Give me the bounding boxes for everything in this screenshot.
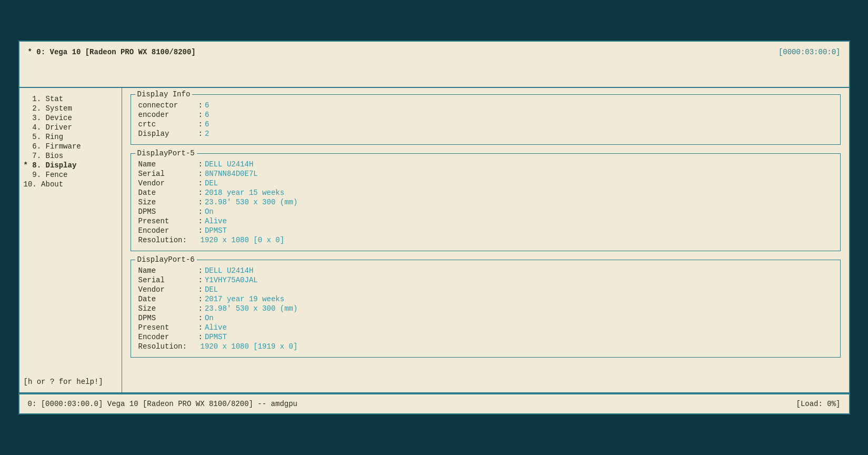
sidebar-item-about[interactable]: 10. About (24, 180, 117, 189)
port5-value-dpms: On (205, 207, 214, 216)
label-crtc: crtc (138, 120, 196, 128)
value-crtc: 6 (205, 120, 209, 128)
gpu-title: * 0: Vega 10 [Radeon PRO WX 8100/8200] (28, 48, 196, 56)
port6-value-dpms: On (205, 314, 214, 322)
port5-value-size: 23.98' 530 x 300 (mm) (205, 198, 297, 206)
content-area: Display Info connector : 6 encoder : 6 c… (122, 88, 849, 392)
port5-value-name: DELL U2414H (205, 160, 253, 169)
sidebar-item-firmware[interactable]: 6. Firmware (24, 142, 117, 151)
port6-label-present: Present (138, 323, 196, 332)
value-encoder: 6 (205, 111, 209, 119)
sidebar-item-label: 3. Device (24, 114, 72, 122)
sidebar-item-label: 7. Bios (24, 152, 64, 160)
sidebar-item-label: 6. Firmware (24, 142, 81, 151)
port5-row-dpms: DPMS : On (138, 207, 833, 216)
menu-list: 1. Stat 2. System 3. Device 4. Driver 5.… (24, 94, 117, 189)
port5-label-name: Name (138, 160, 196, 169)
sidebar-item-label: 10. About (24, 180, 64, 189)
port6-row-present: Present : Alive (138, 323, 833, 332)
display-info-row-connector: connector : 6 (138, 101, 833, 110)
port5-label-present: Present (138, 217, 196, 225)
port5-label-vendor: Vendor (138, 179, 196, 187)
port6-label-name: Name (138, 266, 196, 275)
display-info-title: Display Info (135, 90, 193, 98)
port6-row-encoder: Encoder : DPMST (138, 333, 833, 341)
sidebar-item-label: 1. Stat (24, 95, 64, 103)
sidebar-item-display[interactable]: * 8. Display (24, 161, 117, 170)
display-info-row-encoder: encoder : 6 (138, 111, 833, 119)
main-panel: 1. Stat 2. System 3. Device 4. Driver 5.… (18, 88, 850, 393)
port6-value-resolution: 1920 x 1080 [1919 x 0] (201, 342, 298, 351)
port5-value-encoder: DPMST (205, 226, 227, 235)
top-panel: * 0: Vega 10 [Radeon PRO WX 8100/8200] [… (18, 41, 850, 88)
port5-value-serial: 8N7NN84D0E7L (205, 170, 258, 178)
port5-row-name: Name : DELL U2414H (138, 160, 833, 169)
port5-label-date: Date (138, 189, 196, 197)
port5-row-date: Date : 2018 year 15 weeks (138, 189, 833, 197)
port5-label-dpms: DPMS (138, 207, 196, 216)
label-connector: connector (138, 101, 196, 110)
displayport6-title: DisplayPort-6 (135, 255, 197, 264)
footer-load: [Load: 0%] (796, 400, 840, 408)
gpu-id: [0000:03:00:0] (779, 48, 841, 56)
port5-label-serial: Serial (138, 170, 196, 178)
port6-value-size: 23.98' 530 x 300 (mm) (205, 304, 297, 313)
port6-row-date: Date : 2017 year 19 weeks (138, 295, 833, 303)
port6-label-serial: Serial (138, 276, 196, 284)
port5-row-serial: Serial : 8N7NN84D0E7L (138, 170, 833, 178)
sidebar-item-label: 2. System (24, 104, 72, 113)
port5-value-vendor: DEL (205, 179, 218, 187)
port6-row-vendor: Vendor : DEL (138, 285, 833, 294)
sidebar-item-label: 5. Ring (24, 133, 64, 141)
footer-text: 0: [0000:03:00.0] Vega 10 [Radeon PRO WX… (28, 400, 297, 408)
port5-row-present: Present : Alive (138, 217, 833, 225)
port5-label-resolution: Resolution: (138, 236, 196, 244)
displayport6-box: DisplayPort-6 Name : DELL U2414H Serial … (131, 260, 841, 358)
sidebar-item-ring[interactable]: 5. Ring (24, 132, 117, 142)
sidebar-item-label: 9. Fence (24, 171, 68, 179)
port6-label-vendor: Vendor (138, 285, 196, 294)
port6-row-resolution: Resolution: 1920 x 1080 [1919 x 0] (138, 342, 833, 351)
port6-value-serial: Y1VHY75A0JAL (205, 276, 258, 284)
sidebar-item-fence[interactable]: 9. Fence (24, 170, 117, 180)
port5-value-date: 2018 year 15 weeks (205, 189, 284, 197)
port5-label-size: Size (138, 198, 196, 206)
port6-row-dpms: DPMS : On (138, 314, 833, 322)
sidebar-item-driver[interactable]: 4. Driver (24, 123, 117, 132)
port6-row-serial: Serial : Y1VHY75A0JAL (138, 276, 833, 284)
port5-row-size: Size : 23.98' 530 x 300 (mm) (138, 198, 833, 206)
port6-value-present: Alive (205, 323, 227, 332)
sidebar-item-device[interactable]: 3. Device (24, 113, 117, 123)
port6-value-name: DELL U2414H (205, 266, 253, 275)
port6-value-encoder: DPMST (205, 333, 227, 341)
sidebar: 1. Stat 2. System 3. Device 4. Driver 5.… (19, 88, 122, 392)
port6-label-encoder: Encoder (138, 333, 196, 341)
port5-row-encoder: Encoder : DPMST (138, 226, 833, 235)
display-info-box: Display Info connector : 6 encoder : 6 c… (131, 94, 841, 145)
label-display: Display (138, 130, 196, 138)
port6-label-size: Size (138, 304, 196, 313)
display-info-row-display: Display : 2 (138, 130, 833, 138)
displayport5-title: DisplayPort-5 (135, 149, 197, 157)
port5-label-encoder: Encoder (138, 226, 196, 235)
help-text: [h or ? for help!] (24, 373, 117, 386)
value-connector: 6 (205, 101, 209, 110)
port5-row-vendor: Vendor : DEL (138, 179, 833, 187)
port6-label-date: Date (138, 295, 196, 303)
port5-row-resolution: Resolution: 1920 x 1080 [0 x 0] (138, 236, 833, 244)
sidebar-item-stat[interactable]: 1. Stat (24, 94, 117, 104)
port6-value-vendor: DEL (205, 285, 218, 294)
sidebar-item-label: * 8. Display (24, 161, 77, 170)
bottom-bar: 0: [0000:03:00.0] Vega 10 [Radeon PRO WX… (18, 393, 850, 414)
value-display: 2 (205, 130, 209, 138)
port6-value-date: 2017 year 19 weeks (205, 295, 284, 303)
display-info-row-crtc: crtc : 6 (138, 120, 833, 128)
displayport5-box: DisplayPort-5 Name : DELL U2414H Serial … (131, 153, 841, 251)
port6-label-resolution: Resolution: (138, 342, 196, 351)
sidebar-item-label: 4. Driver (24, 123, 72, 132)
port5-value-resolution: 1920 x 1080 [0 x 0] (201, 236, 285, 244)
label-encoder: encoder (138, 111, 196, 119)
port6-row-size: Size : 23.98' 530 x 300 (mm) (138, 304, 833, 313)
sidebar-item-bios[interactable]: 7. Bios (24, 151, 117, 161)
sidebar-item-system[interactable]: 2. System (24, 104, 117, 113)
